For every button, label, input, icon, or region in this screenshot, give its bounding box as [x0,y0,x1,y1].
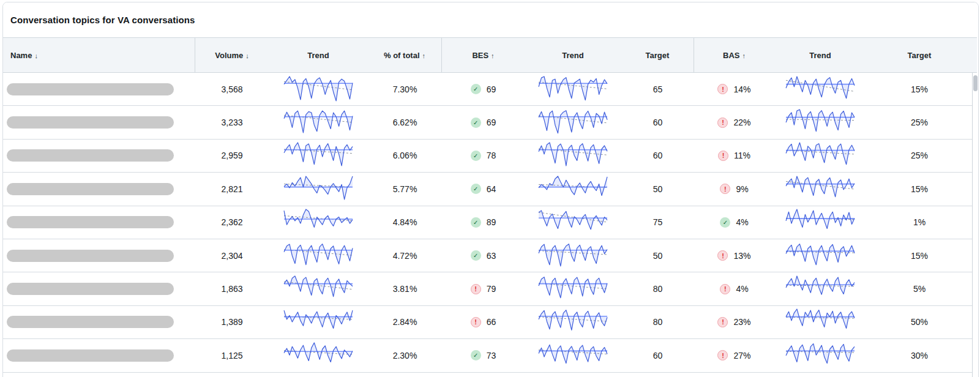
pct-of-total-value: 2.84% [393,317,417,327]
topic-name-cell [3,206,195,239]
bas-trend-sparkline [786,342,855,370]
pct-of-total-cell: 4.72% [368,239,442,272]
bas-trend-sparkline [786,275,855,303]
column-header-bes[interactable]: BES ↑ [442,38,525,72]
bes-target-cell: 50 [621,173,694,205]
sort-ascending-icon[interactable]: ↑ [491,53,495,59]
table-row[interactable]: 2,304 4.72% ✓ 63 50 ! 13% 15% [3,239,973,272]
bes-target-cell: 60 [621,339,694,371]
bes-target-cell: 60 [621,140,694,172]
warning-icon: ! [717,118,728,128]
bas-target-cell: 25% [866,140,973,172]
volume-cell: 1,863 [195,272,269,305]
volume-trend-cell [269,272,368,305]
bas-trend-sparkline [786,141,855,170]
bas-value: 27% [733,351,750,360]
page-title: Conversation topics for VA conversations [10,15,195,25]
bes-trend-sparkline [539,308,607,336]
warning-icon: ! [717,317,728,327]
sort-ascending-icon[interactable]: ↑ [742,53,746,59]
column-header-volume[interactable]: Volume ↓ [195,38,269,72]
bes-target-cell: 80 [621,272,694,305]
bes-target-cell: 50 [621,239,694,272]
card-title-bar: Conversation topics for VA conversations [3,2,978,37]
bes-value: 66 [487,317,496,327]
bas-target-cell: 50% [866,306,973,338]
bes-trend-cell [525,173,621,205]
volume-trend-cell [269,206,368,239]
pct-of-total-value: 6.06% [393,151,417,160]
bas-value: 11% [734,151,750,160]
table-row[interactable]: 1,125 2.30% ✓ 73 60 ! 27% 30% [3,339,973,372]
volume-value: 2,362 [221,217,242,227]
bas-target-value: 15% [911,184,928,194]
column-header-label: Target [908,51,932,60]
warning-icon: ! [718,151,728,161]
vertical-scrollbar-track[interactable] [972,73,978,377]
bes-target-cell: 75 [621,206,694,239]
bas-target-value: 1% [913,217,926,227]
bas-value: 9% [736,184,748,194]
bes-target-value: 80 [653,317,663,327]
bes-value: 69 [487,118,496,127]
topic-name-placeholder [7,183,174,195]
volume-cell: 2,959 [195,140,269,172]
column-header-label: Trend [307,51,329,60]
bas-trend-sparkline [786,75,855,103]
warning-icon: ! [717,350,728,360]
volume-trend-cell [269,106,368,138]
bes-cell: ✓ 73 [442,339,525,371]
column-header-label: Target [646,51,670,60]
volume-trend-cell [269,339,368,371]
table-row[interactable]: 3,233 6.62% ✓ 69 60 ! 22% 25% [3,106,973,139]
pct-of-total-value: 4.72% [393,251,417,261]
column-header-pct-of-total[interactable]: % of total ↑ [368,38,442,72]
checkmark-icon: ✓ [471,250,481,261]
bas-trend-cell [774,73,866,105]
volume-trend-sparkline [284,108,353,136]
vertical-scrollbar-thumb[interactable] [973,75,978,91]
bes-cell: ✓ 64 [442,173,525,205]
pct-of-total-cell: 2.84% [368,306,442,338]
topic-name-cell [3,140,195,172]
table-row[interactable]: 1,389 2.84% ! 66 80 ! 23% 50% [3,306,973,339]
bas-target-cell: 15% [866,73,973,105]
column-header-label: BES [472,51,488,60]
bes-trend-cell [525,140,621,172]
bes-trend-sparkline [539,242,607,270]
sort-descending-icon[interactable]: ↓ [34,53,38,59]
topic-name-cell [3,173,195,205]
bas-trend-cell [774,140,866,172]
volume-cell: 1,125 [195,339,269,371]
sort-ascending-icon[interactable]: ↑ [422,53,426,59]
volume-trend-sparkline [284,175,353,203]
table-row[interactable]: 1,863 3.81% ! 79 80 ! 4% 5% [3,272,973,305]
column-header-bas[interactable]: BAS ↑ [694,38,774,72]
volume-trend-cell [269,239,368,272]
sort-descending-icon[interactable]: ↓ [245,53,249,59]
topic-name-cell [3,339,195,371]
bes-target-value: 80 [653,284,663,294]
table-row[interactable]: 2,821 5.77% ✓ 64 50 ! 9% 15% [3,173,973,206]
bes-cell: ✓ 78 [442,140,525,172]
volume-value: 2,959 [221,151,242,160]
checkmark-icon: ✓ [471,84,481,94]
table-row[interactable]: 3,568 7.30% ✓ 69 65 ! 14% 15% [3,73,973,106]
bas-cell: ! 4% [694,272,774,305]
bas-target-cell: 15% [866,239,973,272]
volume-cell: 3,233 [195,106,269,138]
pct-of-total-value: 2.30% [393,351,417,360]
column-header-name[interactable]: Name ↓ [3,38,195,72]
topic-name-placeholder [7,149,174,162]
bes-target-value: 50 [653,251,663,261]
bes-target-value: 60 [653,151,663,160]
table-row[interactable]: 2,362 4.84% ✓ 89 75 ✓ 4% 1% [3,206,973,239]
topic-name-placeholder [7,116,174,129]
topic-name-placeholder [7,283,174,295]
bes-value: 69 [487,84,496,94]
bes-value: 79 [487,284,496,294]
bes-cell: ! 66 [442,306,525,338]
bas-cell: ! 9% [694,173,774,205]
table-row[interactable]: 2,959 6.06% ✓ 78 60 ! 11% 25% [3,140,973,173]
bas-value: 4% [736,284,748,294]
